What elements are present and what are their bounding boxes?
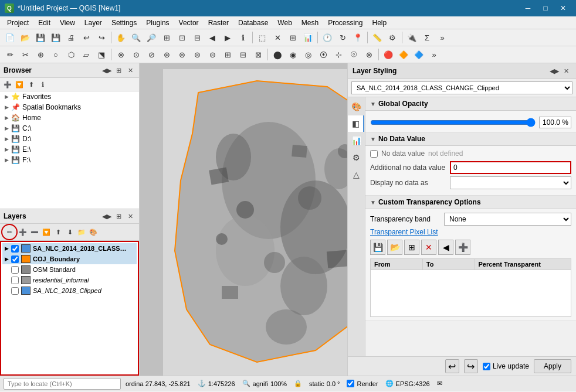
adv5-button[interactable]: ⊹: [331, 47, 345, 62]
digitize2-button[interactable]: ✂: [18, 47, 32, 62]
measure-button[interactable]: 📏: [370, 30, 384, 45]
layer-checkbox-3[interactable]: [11, 266, 19, 274]
layers-add-button[interactable]: ➕: [18, 227, 28, 237]
layer-item-osm[interactable]: ▶ OSM Standard: [2, 264, 137, 275]
styling-float-button[interactable]: ◀▶: [549, 66, 560, 76]
snap3-button[interactable]: 🔷: [412, 47, 426, 62]
styling-close-button[interactable]: ✕: [561, 66, 571, 76]
browser-collapse-button[interactable]: ◀▶: [101, 65, 112, 76]
additional-nodata-input[interactable]: [450, 161, 571, 174]
zoom-in-button[interactable]: 🔍: [129, 30, 143, 45]
settings-button[interactable]: ⚙: [385, 30, 399, 45]
nodata-checkbox[interactable]: [370, 150, 378, 158]
menu-mesh[interactable]: Mesh: [297, 18, 323, 28]
layers-edit-button[interactable]: ✏: [4, 227, 15, 237]
browser-item-e[interactable]: ▶ 💾 E:\: [0, 144, 139, 155]
browser-info-button[interactable]: ℹ: [38, 79, 48, 90]
pixel-table-button[interactable]: ⊞: [404, 240, 419, 255]
node3-button[interactable]: ⊘: [144, 47, 158, 62]
node7-button[interactable]: ⊝: [205, 47, 219, 62]
layer-checkbox-4[interactable]: [11, 277, 19, 284]
layers-style-button[interactable]: 🎨: [88, 227, 99, 237]
custom-transparency-header[interactable]: ▼ Custom Transparency Options: [365, 196, 576, 209]
print-button[interactable]: 🖨: [64, 30, 78, 45]
layers-group-button[interactable]: 📁: [76, 227, 87, 237]
transparent-pixel-link[interactable]: Transparent Pixel List: [370, 228, 571, 236]
plugin-button[interactable]: 🔌: [405, 30, 419, 45]
digitize4-button[interactable]: ○: [49, 47, 63, 62]
live-update-checkbox[interactable]: [483, 363, 490, 370]
tab-histogram-button[interactable]: 📊: [348, 132, 364, 149]
identify-button[interactable]: ℹ: [236, 30, 250, 45]
more2-button[interactable]: »: [427, 47, 441, 62]
digitize5-button[interactable]: ⬡: [64, 47, 78, 62]
menu-settings[interactable]: Settings: [107, 18, 141, 28]
layers-down-button[interactable]: ⬇: [65, 227, 75, 237]
layers-remove-button[interactable]: ➖: [29, 227, 40, 237]
layers-float-button[interactable]: ⊞: [113, 211, 124, 221]
adv6-button[interactable]: ⦾: [347, 47, 361, 62]
layers-collapse-button[interactable]: ◀▶: [101, 211, 112, 221]
locate-input[interactable]: [4, 378, 121, 390]
menu-project[interactable]: Project: [2, 18, 33, 28]
adv1-button[interactable]: ⬤: [270, 47, 284, 62]
opacity-value-input[interactable]: [539, 117, 571, 128]
zoom-layer-button[interactable]: ⊡: [175, 30, 189, 45]
node5-button[interactable]: ⊚: [175, 47, 189, 62]
layer-item-coj[interactable]: ▶ COJ_Boundary: [2, 254, 137, 264]
browser-item-d[interactable]: ▶ 💾 D:\: [0, 134, 139, 144]
node4-button[interactable]: ⊛: [160, 47, 174, 62]
zoom-out-button[interactable]: 🔎: [144, 30, 158, 45]
zoom-prev-button[interactable]: ◀: [205, 30, 219, 45]
menu-plugins[interactable]: Plugins: [141, 18, 174, 28]
sum-button[interactable]: Σ: [420, 30, 434, 45]
display-nodata-select[interactable]: [450, 176, 571, 189]
maximize-button[interactable]: □: [537, 2, 554, 14]
location-button[interactable]: 📍: [351, 30, 365, 45]
menu-help[interactable]: Help: [368, 18, 392, 28]
zoom-next-button[interactable]: ▶: [221, 30, 235, 45]
tab-rendering-button[interactable]: ⚙: [348, 149, 364, 166]
node10-button[interactable]: ⊠: [251, 47, 265, 62]
menu-processing[interactable]: Processing: [323, 18, 367, 28]
layers-filter-button[interactable]: 🔽: [41, 227, 52, 237]
menu-database[interactable]: Database: [233, 18, 273, 28]
select-button[interactable]: ⬚: [255, 30, 269, 45]
node9-button[interactable]: ⊟: [236, 47, 250, 62]
browser-item-c[interactable]: ▶ 💾 C:\: [0, 123, 139, 134]
opacity-slider[interactable]: [370, 118, 536, 127]
menu-edit[interactable]: Edit: [33, 18, 55, 28]
layer-checkbox-1[interactable]: [11, 245, 19, 253]
pixel-folder-button[interactable]: 📂: [387, 240, 402, 255]
layer-item-residential[interactable]: ▶ residential_informal: [2, 275, 137, 285]
layers-up-button[interactable]: ⬆: [53, 227, 63, 237]
menu-layer[interactable]: Layer: [80, 18, 107, 28]
tab-transparency-button[interactable]: ◧: [348, 115, 364, 132]
no-data-header[interactable]: ▼ No Data Value: [365, 132, 576, 146]
pixel-add-button[interactable]: ➕: [455, 240, 470, 255]
apply-button[interactable]: Apply: [534, 359, 571, 373]
node6-button[interactable]: ⊜: [190, 47, 204, 62]
open-project-button[interactable]: 📂: [18, 30, 32, 45]
browser-collapse-all-button[interactable]: ⬆: [26, 79, 36, 90]
pan-button[interactable]: ✋: [114, 30, 128, 45]
crs-item[interactable]: 🌐 EPSG:4326: [385, 380, 430, 387]
snap1-button[interactable]: 🔴: [381, 47, 395, 62]
undo-styling-button[interactable]: ↩: [445, 359, 459, 373]
deselect-button[interactable]: ✕: [270, 30, 284, 45]
browser-item-favorites[interactable]: ▶ ⭐ Favorites: [0, 91, 139, 102]
map-area[interactable]: [140, 63, 347, 376]
messages-item[interactable]: ✉: [437, 380, 442, 387]
time-button[interactable]: 🕐: [320, 30, 334, 45]
pixel-prev-button[interactable]: ◀: [438, 240, 453, 255]
layer-checkbox-2[interactable]: [11, 255, 19, 263]
browser-item-bookmarks[interactable]: ▶ 📌 Spatial Bookmarks: [0, 102, 139, 113]
digitize1-button[interactable]: ✏: [3, 47, 17, 62]
adv3-button[interactable]: ◎: [301, 47, 315, 62]
menu-raster[interactable]: Raster: [204, 18, 233, 28]
adv2-button[interactable]: ◉: [286, 47, 300, 62]
minimize-button[interactable]: ─: [520, 2, 536, 14]
pixel-delete-button[interactable]: ✕: [421, 240, 436, 255]
layers-close-button[interactable]: ✕: [125, 211, 135, 221]
browser-float-button[interactable]: ⊞: [113, 65, 124, 76]
